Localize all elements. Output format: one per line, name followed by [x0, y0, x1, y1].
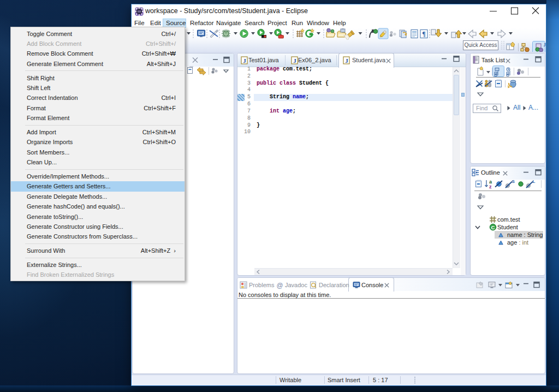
svg-text:S: S [512, 179, 515, 184]
svg-text:J: J [243, 57, 246, 64]
svg-text:C: C [491, 224, 495, 230]
svg-text:L: L [533, 179, 536, 184]
svg-text:@: @ [276, 282, 283, 289]
svg-text:J: J [293, 57, 296, 64]
svg-text:¶: ¶ [422, 30, 425, 38]
svg-text:J: J [544, 42, 546, 47]
svg-text:z: z [489, 184, 492, 189]
svg-text:J: J [345, 57, 348, 64]
